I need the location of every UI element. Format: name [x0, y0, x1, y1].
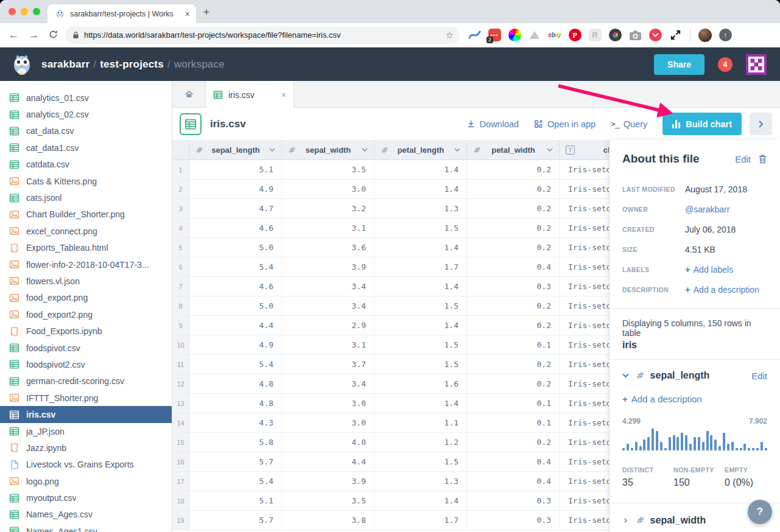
- file-tab-close-icon[interactable]: ×: [281, 90, 286, 100]
- expand-extension-icon[interactable]: [668, 28, 683, 43]
- tab-close-icon[interactable]: ×: [185, 10, 190, 18]
- field-value[interactable]: @sarakbarr: [685, 205, 729, 214]
- query-button[interactable]: >_Query: [611, 119, 647, 129]
- sidebar-item-livestock-vs-grains-exports[interactable]: Livestock vs. Grains Exports: [0, 457, 172, 473]
- slides-extension-icon[interactable]: [467, 28, 482, 43]
- sidebar-item-german-credit-scoring-csv[interactable]: german-credit-scoring.csv: [0, 373, 172, 390]
- sidebar-item-cats-kittens-png[interactable]: Cats & Kittens.png: [0, 173, 172, 189]
- breadcrumb-owner[interactable]: sarakbarr: [41, 58, 90, 70]
- share-button[interactable]: Share: [654, 54, 704, 75]
- sidebar-item-analytics-01-csv[interactable]: analytics_01.csv: [0, 89, 172, 106]
- zoom-window-button[interactable]: [33, 8, 40, 15]
- notifier-extension-icon[interactable]: •••2: [487, 28, 502, 43]
- cell-petal_width: 0.2: [467, 374, 560, 393]
- sidebar-item-jazz-ipynb[interactable]: Jazz.ipynb: [0, 439, 172, 456]
- sidebar-item-cats-jsonl[interactable]: cats.jsonl: [0, 189, 172, 206]
- bookmark-star-icon[interactable]: ☆: [446, 30, 454, 41]
- sidebar-item-foodspivot-csv[interactable]: foodspivot.csv: [0, 340, 172, 356]
- triangle-extension-icon[interactable]: [527, 28, 542, 43]
- user-avatar[interactable]: [746, 54, 767, 75]
- sidebar-item-flower-info-2-2018-10-04t17-3-[interactable]: flower-info-2-2018-10-04T17-3...: [0, 256, 172, 273]
- sidebar-item-analytics-02-csv[interactable]: analytics_02.csv: [0, 106, 172, 122]
- back-button[interactable]: ←: [9, 30, 19, 41]
- cell-petal_width: 0.2: [467, 355, 560, 374]
- new-tab-button[interactable]: +: [203, 6, 209, 18]
- sidebar-item-names-ages-csv[interactable]: Names_Ages.csv: [0, 506, 172, 523]
- field-value[interactable]: +Add a description: [685, 284, 759, 295]
- sidebar-item-names-ages1-csv[interactable]: Names_Ages1.csv: [0, 523, 172, 532]
- column-header-sepal_width[interactable]: #sepal_width: [282, 140, 374, 159]
- chevron-down-icon[interactable]: [547, 148, 553, 152]
- sidebar-item-iris-csv[interactable]: iris.csv: [0, 406, 172, 422]
- chevron-down-icon[interactable]: [362, 148, 368, 152]
- close-window-button[interactable]: [9, 8, 16, 15]
- sidebar-item-cat-data1-csv[interactable]: cat_data1.csv: [0, 139, 172, 156]
- histogram-bar: [664, 448, 667, 450]
- edit-file-link[interactable]: Edit: [735, 154, 751, 164]
- sidebar-item-ja-jp-json[interactable]: ja_JP.json: [0, 423, 172, 439]
- cell-petal_length: 1.4: [374, 491, 467, 510]
- ebay-extension-icon[interactable]: ebay: [547, 28, 562, 43]
- forward-button[interactable]: →: [29, 30, 39, 41]
- add-column-description-link[interactable]: +Add a description: [622, 394, 767, 404]
- sidebar-item-foodspivot2-csv[interactable]: foodspivot2.csv: [0, 356, 172, 373]
- sidebar-item-food-export2-png[interactable]: food_export2.png: [0, 306, 172, 323]
- file-name: flowers.vl.json: [26, 276, 80, 286]
- url-bar[interactable]: https://data.world/sarakbarr/test-projec…: [65, 27, 460, 44]
- home-tab[interactable]: [172, 81, 206, 107]
- open-in-app-button[interactable]: Open in app: [534, 119, 596, 129]
- sidebar-item-cat-data-csv[interactable]: cat_data.csv: [0, 123, 172, 139]
- cell-sepal_width: 3.5: [282, 491, 374, 510]
- dataworld-owl-logo[interactable]: [12, 53, 32, 76]
- column-header-petal_length[interactable]: #petal_length: [374, 140, 467, 159]
- cell-sepal_width: 3.6: [282, 238, 374, 257]
- lens-extension-icon[interactable]: [608, 28, 622, 43]
- breadcrumb-section[interactable]: workspace: [174, 58, 225, 70]
- row-number: 16: [172, 452, 189, 471]
- edit-column-link[interactable]: Edit: [751, 371, 767, 381]
- sidebar-item-flowers-vl-json[interactable]: flowers.vl.json: [0, 273, 172, 289]
- cell-petal_width: 0.1: [467, 413, 560, 432]
- notification-badge[interactable]: 4: [718, 57, 733, 72]
- chevron-down-icon[interactable]: [454, 148, 460, 152]
- field-value[interactable]: +Add labels: [685, 264, 733, 275]
- sidebar-item-food-exports-ipynb[interactable]: Food_Exports.ipynb: [0, 323, 172, 339]
- ravelry-extension-icon[interactable]: R: [588, 28, 602, 43]
- sidebar-item-catdata-csv[interactable]: catdata.csv: [0, 156, 172, 173]
- sidebar-item-logo-png[interactable]: logo.png: [0, 473, 172, 489]
- browser-tab[interactable]: sarakbarr/test-projects | Works ×: [47, 4, 196, 23]
- chevron-right-icon[interactable]: [622, 518, 629, 523]
- cell-sepal_width: 3.4: [282, 374, 374, 393]
- reload-button[interactable]: [49, 30, 58, 41]
- sidebar-item-chart-builder-shorter-png[interactable]: Chart Builder_Shorter.png: [0, 206, 172, 223]
- column-name: petal_width: [491, 145, 535, 155]
- minimize-window-button[interactable]: [21, 8, 28, 15]
- breadcrumb-project[interactable]: test-projects: [100, 58, 164, 70]
- file-tab-iris-csv[interactable]: iris.csv ×: [206, 81, 294, 108]
- camera-extension-icon[interactable]: [628, 28, 642, 43]
- help-button[interactable]: ?: [748, 500, 772, 524]
- extensions-row: •••2ebayPR↑: [467, 28, 733, 43]
- column-header-sepal_length[interactable]: #sepal_length: [189, 140, 282, 159]
- plus-icon: +: [685, 284, 690, 295]
- cell-petal_width: 0.2: [467, 433, 560, 452]
- pinterest-extension-icon[interactable]: P: [567, 28, 582, 43]
- sidebar-item-exports-tableau-html[interactable]: Exports_Tableau.html: [0, 240, 172, 256]
- sidebar-item-ifttt-shorter-png[interactable]: IFTTT_Shorter.png: [0, 390, 172, 406]
- display-info: Displaying 5 columns, 150 rows in table: [622, 318, 767, 338]
- sidebar-item-myoutput-csv[interactable]: myoutput.csv: [0, 489, 172, 506]
- column-header-petal_width[interactable]: #petal_width: [467, 140, 560, 159]
- sidebar-item-food-export-png[interactable]: food_export.png: [0, 290, 172, 306]
- chevron-down-icon[interactable]: [622, 373, 629, 378]
- chevron-down-icon[interactable]: [269, 148, 275, 152]
- build-chart-button[interactable]: Build chart: [662, 113, 742, 135]
- sidebar-item-excel-connect-png[interactable]: excel_connect.png: [0, 223, 172, 239]
- delete-file-icon[interactable]: [758, 154, 767, 164]
- table-file-icon: [9, 142, 19, 153]
- download-button[interactable]: Download: [466, 119, 519, 129]
- upload-extension-icon[interactable]: ↑: [718, 28, 733, 43]
- color-wheel-extension-icon[interactable]: [507, 28, 522, 43]
- profile-avatar[interactable]: [698, 28, 712, 43]
- pocket-extension-icon[interactable]: [648, 28, 662, 43]
- collapse-panel-button[interactable]: [750, 113, 772, 135]
